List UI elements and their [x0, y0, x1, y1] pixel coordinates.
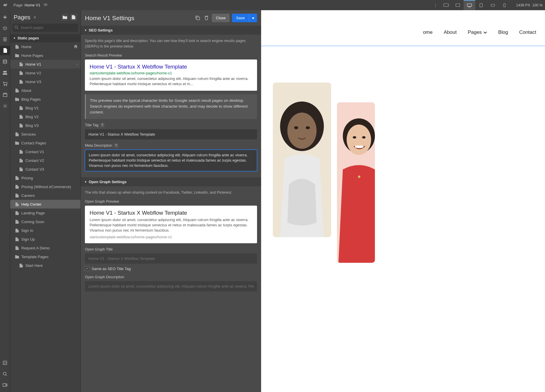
page-label: Careers	[21, 193, 35, 198]
search-pages-input[interactable]	[13, 24, 78, 32]
og-card-title: Home V1 - Startux X Webflow Template	[90, 210, 252, 216]
rail-pages[interactable]	[0, 46, 10, 55]
help-icon[interactable]: ?	[114, 144, 118, 148]
breakpoint-mobile-landscape[interactable]	[487, 0, 499, 10]
title-tag-label: Title Tag ?	[85, 123, 257, 127]
close-button[interactable]: Close	[212, 14, 230, 22]
seo-description: Specify this page's title and descriptio…	[85, 38, 257, 49]
trash-icon[interactable]	[203, 15, 209, 21]
rail-search-icon[interactable]	[0, 369, 10, 379]
webflow-logo-icon[interactable]	[2, 2, 8, 8]
nav-about[interactable]: About	[444, 29, 457, 35]
page-item-coming-soon[interactable]: Coming Soon	[10, 217, 81, 226]
rail-settings-icon[interactable]	[0, 101, 10, 111]
page-item-contact-v2[interactable]: Contact V2	[10, 156, 81, 165]
page-item-home-pages[interactable]: Home Pages	[10, 51, 81, 60]
page-item-careers[interactable]: Careers	[10, 191, 81, 200]
rail-add[interactable]	[0, 13, 10, 22]
canvas-size[interactable]: 1438 PX 100 %	[516, 3, 543, 7]
page-item-help-center[interactable]: Help Center	[10, 200, 81, 209]
new-folder-icon[interactable]: +	[61, 14, 68, 21]
page-label: Home V1	[25, 62, 41, 66]
rail-ecommerce-icon[interactable]	[0, 79, 10, 88]
canvas-preview[interactable]: omeAboutPagesBlogContact	[261, 10, 545, 392]
rail-box-icon[interactable]	[0, 24, 10, 33]
settings-title: Home V1 Settings	[85, 15, 134, 22]
close-panel-icon[interactable]: ✕	[33, 15, 36, 20]
page-item-sign-up[interactable]: Sign Up	[10, 235, 81, 244]
nav-pages[interactable]: Pages	[468, 29, 487, 35]
seo-settings-header[interactable]: ▼ SEO Settings	[81, 26, 261, 35]
folder-icon	[15, 98, 19, 101]
page-label: Blog Pages	[21, 97, 41, 102]
og-settings-header[interactable]: ▼ Open Graph Settings	[81, 177, 261, 186]
rail-cms-icon[interactable]	[0, 57, 10, 66]
breakpoint-desktop[interactable]	[464, 0, 475, 10]
rail-video-icon[interactable]	[0, 380, 10, 390]
page-label: Blog V2	[25, 115, 39, 119]
nav-contact[interactable]: Contact	[519, 29, 536, 35]
breakpoint-lg[interactable]	[452, 0, 464, 10]
page-item-blog-v3[interactable]: Blog V3	[10, 121, 81, 130]
page-label: Help Center	[21, 202, 41, 206]
serp-preview: Home V1 - Startux X Webflow Template sta…	[85, 60, 257, 91]
title-tag-input[interactable]	[85, 129, 257, 139]
section-static-pages[interactable]: ▼ Static pages	[10, 34, 81, 42]
duplicate-icon[interactable]	[194, 15, 201, 21]
page-icon	[15, 185, 19, 189]
page-icon	[19, 80, 23, 84]
page-item-home[interactable]: Home	[10, 42, 81, 51]
meta-description-input[interactable]	[85, 150, 257, 172]
page-item-blog-v2[interactable]: Blog V2	[10, 112, 81, 121]
page-label: Coming Soon	[21, 220, 44, 224]
breakpoint-xl[interactable]	[440, 0, 452, 10]
page-item-contact-v1[interactable]: Contact V1	[10, 147, 81, 156]
page-item-pricing-without-ecommerce-[interactable]: Pricing (Without eCommerce)	[10, 182, 81, 191]
og-description-label: Open Graph Description	[85, 275, 257, 279]
page-item-contact-v3[interactable]: Contact V3	[10, 165, 81, 174]
page-item-pricing[interactable]: Pricing	[10, 174, 81, 182]
nav-blog[interactable]: Blog	[498, 29, 508, 35]
page-item-home-v3[interactable]: Home V3	[10, 77, 81, 86]
serp-title: Home V1 - Startux X Webflow Template	[90, 64, 252, 70]
svg-point-12	[6, 85, 7, 86]
page-item-services[interactable]: Services	[10, 130, 81, 139]
breakpoint-tablet[interactable]	[475, 0, 487, 10]
page-item-template-pages[interactable]: Template Pages	[10, 252, 81, 261]
page-label: Request A Demo	[21, 246, 50, 250]
page-label: Home	[21, 45, 32, 49]
checkbox-checked-icon[interactable]: ✓	[85, 267, 89, 271]
folder-icon	[15, 141, 19, 145]
save-button[interactable]: Save	[232, 14, 249, 22]
rail-nav-icon[interactable]	[0, 35, 10, 44]
page-item-request-a-demo[interactable]: Request A Demo	[10, 244, 81, 252]
rail-users-icon[interactable]	[0, 68, 10, 77]
eye-icon[interactable]	[43, 2, 48, 8]
svg-point-21	[15, 26, 18, 28]
page-name[interactable]: Home V1	[25, 3, 40, 7]
page-icon	[15, 211, 19, 215]
page-item-blog-pages[interactable]: Blog Pages	[10, 95, 81, 104]
rail-audit-icon[interactable]	[0, 358, 10, 368]
new-page-icon[interactable]: +	[70, 14, 77, 21]
save-dropdown[interactable]	[249, 14, 257, 22]
same-as-seo-checkbox-row[interactable]: ✓ Same as SEO Title Tag	[85, 267, 257, 271]
page-item-start-here[interactable]: Start Here	[10, 261, 81, 270]
page-item-landing-page[interactable]: Landing Page	[10, 209, 81, 217]
page-icon	[15, 220, 19, 224]
svg-point-10	[5, 71, 7, 73]
page-item-home-v1[interactable]: Home V1›	[10, 60, 81, 69]
page-item-home-v2[interactable]: Home V2	[10, 69, 81, 77]
page-item-blog-v1[interactable]: Blog V1	[10, 104, 81, 112]
page-item-about[interactable]: About	[10, 86, 81, 95]
svg-rect-4	[467, 4, 472, 6]
rail-assets-icon[interactable]	[0, 90, 10, 99]
kebab-icon[interactable]: ⋮	[434, 3, 437, 7]
breakpoint-mobile[interactable]	[499, 0, 510, 10]
page-item-contact-pages[interactable]: Contact Pages	[10, 139, 81, 147]
page-label: Start Here	[25, 263, 43, 268]
page-item-sign-in[interactable]: Sign In	[10, 226, 81, 235]
nav-ome[interactable]: ome	[423, 29, 433, 35]
svg-rect-18	[3, 384, 6, 386]
help-icon[interactable]: ?	[100, 123, 104, 127]
